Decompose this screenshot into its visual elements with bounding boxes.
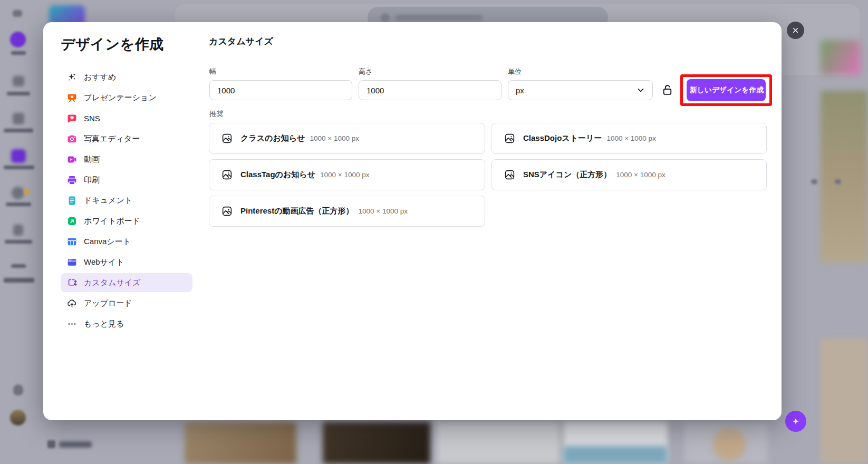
sidebar-item-9[interactable]: Webサイト — [61, 253, 192, 272]
annotation-highlight-box: 新しいデザインを作成 — [680, 74, 772, 106]
rail-label-blob — [4, 166, 34, 169]
card-size: 1000 × 1000 px — [606, 134, 655, 142]
modal-title: デザインを作成 — [61, 35, 164, 54]
sidebar-item-10[interactable]: カスタムサイズ — [61, 273, 192, 292]
design-type-nav: おすすめプレゼンテーションSNS写真エディター動画印刷ドキュメントホワイトボード… — [61, 66, 192, 335]
language-selector-blob — [59, 441, 92, 448]
create-new-design-button[interactable]: 新しいデザインを作成 — [687, 79, 766, 101]
height-label: 高さ — [359, 67, 501, 76]
sparkle-icon — [791, 417, 801, 426]
sidebar-item-3[interactable]: 写真エディター — [61, 129, 192, 148]
sidebar-item-label: カスタムサイズ — [84, 278, 140, 288]
recommended-size-card[interactable]: クラスのお知らせ1000 × 1000 px — [209, 123, 485, 154]
template-thumbnail — [437, 422, 560, 464]
picture-icon — [504, 169, 515, 180]
rail-label-blob — [7, 92, 30, 95]
bg-image-bottom-right — [821, 339, 868, 464]
width-field-group: 幅 — [209, 67, 352, 100]
rail-label-blob — [4, 278, 34, 283]
unit-field-group: 単位 px — [508, 67, 653, 100]
sidebar-item-label: 印刷 — [84, 175, 100, 185]
ellipsis-icon — [67, 319, 77, 329]
search-icon — [381, 13, 390, 22]
globe-icon — [47, 440, 55, 448]
custom-size-heading: カスタムサイズ — [209, 35, 273, 47]
sidebar-item-8[interactable]: Canvaシート — [61, 232, 192, 251]
sidebar-item-label: プレゼンテーション — [84, 93, 157, 103]
recommended-size-card[interactable]: ClassDojoストーリー1000 × 1000 px — [491, 123, 767, 154]
unit-select-value: px — [516, 86, 524, 95]
template-thumbnail — [185, 422, 296, 464]
sheet-icon — [67, 237, 77, 247]
picture-icon — [221, 206, 233, 217]
bg-image-person — [821, 91, 868, 263]
sidebar-item-11[interactable]: アップロード — [61, 294, 192, 313]
document-icon — [67, 196, 77, 206]
upload-cloud-icon — [67, 298, 77, 308]
presentation-icon — [67, 93, 77, 103]
sidebar-item-label: Canvaシート — [84, 237, 131, 247]
recommended-size-card[interactable]: ClassTagのお知らせ1000 × 1000 px — [209, 159, 485, 190]
close-icon — [792, 26, 799, 34]
sidebar-item-label: もっと見る — [84, 319, 124, 329]
carousel-arrow-left-icon — [811, 179, 817, 184]
chevron-down-icon — [635, 85, 646, 95]
website-icon — [67, 257, 77, 267]
sidebar-item-label: ドキュメント — [84, 196, 132, 206]
sidebar-item-5[interactable]: 印刷 — [61, 170, 192, 189]
sidebar-item-12[interactable]: もっと見る — [61, 314, 192, 333]
card-size: 1000 × 1000 px — [359, 207, 408, 215]
sns-heart-icon — [67, 113, 77, 123]
unlock-icon[interactable] — [661, 83, 674, 96]
rail-item-icon — [12, 187, 24, 199]
assistant-fab — [785, 411, 806, 432]
rail-item-icon — [13, 76, 24, 86]
rail-label-blob — [4, 129, 33, 132]
avatar — [10, 410, 26, 426]
template-thumbnail-circle — [713, 428, 746, 461]
sidebar-item-label: 動画 — [84, 154, 100, 165]
rail-label-blob — [6, 202, 31, 206]
unit-label: 単位 — [508, 67, 653, 76]
sidebar-item-label: ホワイトボード — [84, 216, 140, 226]
sidebar-item-0[interactable]: おすすめ — [61, 67, 192, 86]
picture-icon — [221, 133, 233, 144]
card-name: ClassDojoストーリー — [523, 133, 602, 143]
rail-item-icon — [13, 113, 24, 124]
video-icon — [67, 154, 77, 165]
bg-image-top-right — [821, 40, 861, 75]
sidebar-item-7[interactable]: ホワイトボード — [61, 211, 192, 230]
bell-icon — [13, 384, 23, 395]
rail-item-icon — [13, 225, 23, 236]
sidebar-item-4[interactable]: 動画 — [61, 150, 192, 169]
height-input[interactable] — [359, 80, 501, 100]
home-button — [10, 32, 26, 47]
card-size: 1000 × 1000 px — [310, 134, 359, 142]
create-design-modal: デザインを作成 おすすめプレゼンテーションSNS写真エディター動画印刷ドキュメン… — [43, 22, 782, 420]
recommended-heading: 推奨 — [209, 109, 223, 119]
height-field-group: 高さ — [359, 67, 501, 100]
recommended-sizes-list: クラスのお知らせ1000 × 1000 pxClassDojoストーリー1000… — [209, 123, 767, 227]
search-placeholder-blob — [396, 15, 483, 21]
sidebar-item-2[interactable]: SNS — [61, 109, 192, 128]
unit-select[interactable]: px — [508, 80, 653, 100]
printer-icon — [67, 175, 77, 185]
camera-icon — [67, 134, 77, 144]
picture-icon — [221, 169, 233, 180]
sidebar-item-1[interactable]: プレゼンテーション — [61, 88, 192, 107]
recommended-size-card[interactable]: SNSアイコン（正方形）1000 × 1000 px — [491, 159, 767, 190]
menu-icon — [13, 10, 22, 17]
sidebar-item-label: SNS — [84, 114, 100, 123]
width-input[interactable] — [209, 80, 352, 100]
rail-label-blob — [5, 240, 32, 244]
recommended-size-card[interactable]: Pinterestの動画広告（正方形）1000 × 1000 px — [209, 196, 485, 227]
whiteboard-icon — [67, 216, 77, 226]
picture-icon — [504, 133, 515, 144]
notification-dot — [24, 189, 30, 195]
modal-close-button[interactable] — [787, 22, 804, 39]
canva-home-page: デザインを作成 おすすめプレゼンテーションSNS写真エディター動画印刷ドキュメン… — [0, 0, 868, 464]
rail-item-selected-icon — [11, 149, 26, 163]
sidebar-item-label: アップロード — [84, 298, 132, 308]
template-thumbnail — [323, 422, 430, 464]
sidebar-item-6[interactable]: ドキュメント — [61, 191, 192, 210]
